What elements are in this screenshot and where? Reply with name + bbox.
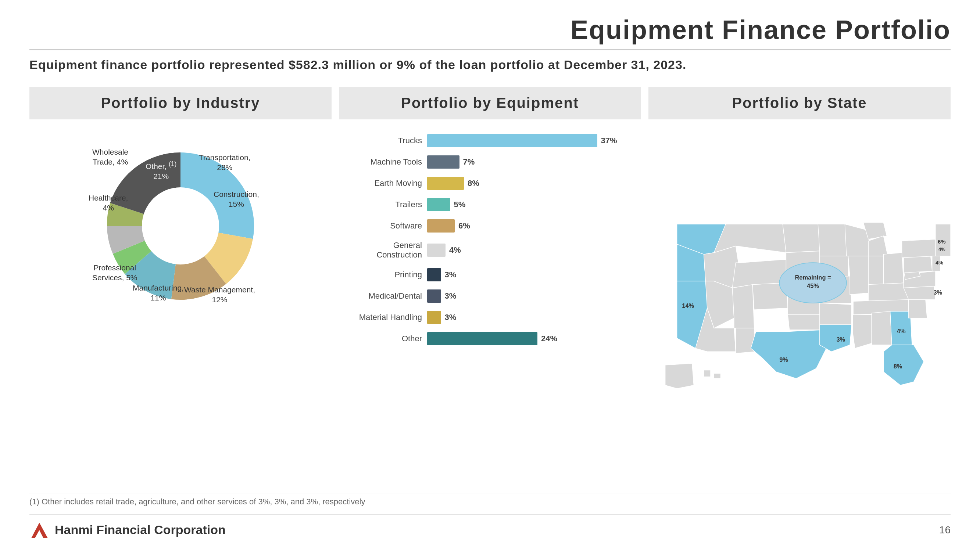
bar-label: Trailers	[354, 200, 427, 210]
state-panel: Portfolio by State .state-default { fill…	[648, 87, 951, 486]
page-title: Equipment Finance Portfolio	[29, 15, 951, 50]
usa-map: .state-default { fill: #d8d8d8; stroke: …	[648, 130, 951, 486]
ga-label: 4%	[897, 328, 906, 334]
donut-chart: WholesaleTrade, 4% Healthcare,4% Profess…	[89, 138, 272, 314]
bar-row: Trucks37%	[354, 134, 626, 147]
state-panel-header: Portfolio by State	[648, 87, 951, 119]
state-ky	[868, 283, 909, 301]
remaining-label: Remaining =	[795, 274, 831, 281]
logo-text: Hanmi Financial Corporation	[55, 523, 226, 537]
bar-pct: 5%	[454, 200, 466, 210]
bar-track: 4%	[427, 243, 626, 257]
bar-row: GeneralConstruction4%	[354, 241, 626, 260]
bar-label: Machine Tools	[354, 157, 427, 167]
state-fl	[883, 345, 924, 385]
bar-track: 7%	[427, 156, 626, 168]
state-ny	[902, 239, 937, 257]
bar-row: Other24%	[354, 332, 626, 345]
bar-pct: 3%	[445, 291, 457, 301]
state-ok	[788, 315, 824, 330]
state-oh	[883, 253, 904, 285]
state-nd	[783, 224, 819, 253]
bar-track: 37%	[427, 134, 626, 147]
page: Equipment Finance Portfolio Equipment fi…	[0, 0, 980, 551]
donut-hole	[142, 187, 219, 265]
bar-pct: 8%	[468, 178, 479, 188]
bar-track: 3%	[427, 311, 626, 324]
bar-fill	[427, 198, 450, 211]
bar-row: Trailers5%	[354, 198, 626, 211]
bar-pct: 3%	[445, 313, 457, 322]
la-label: 3%	[836, 336, 845, 343]
bar-fill	[427, 268, 441, 281]
label-manufacturing: Manufacturing,11%	[133, 283, 184, 303]
label-wholesale: WholesaleTrade, 4%	[92, 147, 128, 167]
label-construction: Construction,15%	[213, 189, 259, 210]
state-tx	[751, 330, 827, 378]
state-mt	[714, 224, 786, 253]
bar-label: Software	[354, 221, 427, 231]
state-ms	[853, 315, 872, 348]
label-other: Other, (1)21%	[146, 160, 177, 181]
bar-pct: 7%	[463, 157, 475, 167]
logo-area: Hanmi Financial Corporation	[29, 520, 226, 540]
state-hi2	[714, 373, 721, 379]
bar-fill	[427, 243, 445, 257]
bar-chart: Trucks37%Machine Tools7%Earth Moving8%Tr…	[339, 134, 641, 353]
label-waste: Waste Management,12%	[184, 285, 255, 305]
bar-label: Trucks	[354, 136, 427, 146]
state-il	[848, 256, 868, 295]
bar-label: Earth Moving	[354, 178, 427, 188]
state-mn	[818, 224, 846, 256]
bar-fill	[427, 156, 460, 168]
bar-fill	[427, 134, 597, 147]
bar-pct: 37%	[601, 136, 617, 146]
ny-label: 6%	[938, 239, 945, 245]
bar-row: Software6%	[354, 219, 626, 232]
bar-fill	[427, 177, 464, 190]
state-sc	[909, 298, 927, 318]
bar-pct: 24%	[541, 334, 557, 343]
nc-label: 3%	[933, 289, 942, 296]
bar-label: Printing	[354, 270, 427, 279]
bar-track: 6%	[427, 219, 626, 232]
bar-pct: 6%	[458, 221, 470, 231]
state-la	[820, 325, 852, 351]
bar-row: Material Handling3%	[354, 311, 626, 324]
bar-fill	[427, 311, 441, 324]
bar-track: 3%	[427, 289, 626, 303]
bar-fill	[427, 219, 455, 232]
bar-label: GeneralConstruction	[354, 241, 427, 260]
label-transportation: Transportation,28%	[199, 152, 250, 173]
bar-row: Printing3%	[354, 268, 626, 281]
charts-row: Portfolio by Industry	[29, 87, 951, 486]
map-svg: .state-default { fill: #d8d8d8; stroke: …	[648, 130, 951, 486]
industry-panel: Portfolio by Industry	[29, 87, 332, 486]
va-label: 4%	[935, 260, 943, 265]
bar-row: Earth Moving8%	[354, 177, 626, 190]
state-al	[872, 311, 892, 345]
bar-fill	[427, 289, 441, 303]
fl-label: 8%	[894, 363, 902, 370]
bar-pct: 4%	[449, 245, 461, 255]
bar-track: 3%	[427, 268, 626, 281]
state-ak	[665, 363, 694, 388]
tx-label: 9%	[779, 356, 788, 363]
state-hi	[704, 370, 711, 376]
nj-label: 4%	[939, 246, 945, 252]
equipment-panel: Portfolio by Equipment Trucks37%Machine …	[339, 87, 641, 486]
label-healthcare: Healthcare,4%	[89, 193, 128, 213]
footer: Hanmi Financial Corporation 16	[29, 514, 951, 540]
state-in	[868, 256, 883, 285]
logo-icon	[29, 520, 49, 540]
equipment-panel-header: Portfolio by Equipment	[339, 87, 641, 119]
page-number: 16	[939, 524, 951, 536]
label-professional: ProfessionalServices, 5%	[92, 263, 137, 283]
subtitle: Equipment finance portfolio represented …	[29, 58, 951, 72]
bar-row: Machine Tools7%	[354, 156, 626, 168]
bar-label: Medical/Dental	[354, 291, 427, 301]
bar-track: 5%	[427, 198, 626, 211]
industry-panel-header: Portfolio by Industry	[29, 87, 332, 119]
bar-track: 8%	[427, 177, 626, 190]
bar-pct: 3%	[445, 270, 457, 279]
